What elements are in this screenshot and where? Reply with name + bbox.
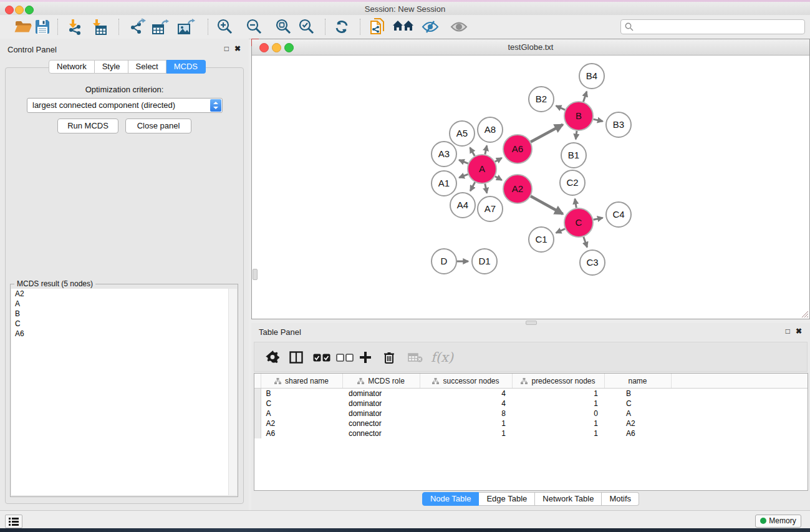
graph-node-A6[interactable]: A6 [503, 135, 532, 163]
graph-node-A7[interactable]: A7 [478, 196, 503, 221]
graph-edge-C-C3[interactable] [584, 237, 587, 248]
criterion-dropdown[interactable]: largest connected component (directed) [27, 98, 223, 113]
graph-node-D1[interactable]: D1 [472, 249, 497, 274]
delete-column-trash-icon[interactable] [383, 347, 395, 367]
graph-edge-B-B4[interactable] [583, 92, 586, 102]
graph-edge-A-A5[interactable] [470, 148, 475, 156]
graph-edge-C-C2[interactable] [575, 199, 576, 208]
zoom-out-icon[interactable] [243, 17, 266, 37]
graph-node-A5[interactable]: A5 [450, 121, 475, 146]
tab-edge-table[interactable]: Edge Table [479, 492, 535, 506]
close-panel-icon[interactable]: ✖ [234, 44, 241, 53]
graph-node-C[interactable]: C [564, 208, 593, 237]
graph-node-A[interactable]: A [468, 155, 496, 183]
document-network-icon[interactable] [366, 17, 388, 37]
graph-node-C2[interactable]: C2 [560, 170, 585, 195]
graph-edge-A2-C[interactable] [531, 196, 563, 214]
graph-node-A2[interactable]: A2 [503, 175, 532, 203]
tab-select[interactable]: Select [128, 60, 166, 74]
graph-edge-A-A8[interactable] [485, 145, 487, 154]
tab-style[interactable]: Style [95, 60, 128, 74]
gear-icon[interactable] [266, 347, 279, 367]
tab-network-table[interactable]: Network Table [535, 492, 602, 506]
table-row[interactable]: A6connector11A6 [254, 428, 808, 438]
tab-motifs[interactable]: Motifs [602, 492, 639, 506]
table-row[interactable]: Cdominator41C [254, 399, 808, 409]
table-row[interactable]: Bdominator41B [254, 389, 808, 399]
save-session-icon[interactable] [31, 17, 54, 37]
task-history-button[interactable] [5, 515, 22, 528]
select-all-checkboxes-icon[interactable] [313, 347, 330, 367]
mcds-result-item[interactable]: A [11, 299, 229, 309]
mcds-result-item[interactable]: A6 [11, 329, 229, 339]
graph-edge-A-A6[interactable] [495, 158, 502, 162]
double-house-icon[interactable] [392, 17, 415, 37]
table-row[interactable]: A2connector11A2 [254, 418, 808, 428]
resize-grip-icon[interactable] [801, 310, 809, 318]
result-scrollbar[interactable] [228, 289, 237, 495]
refresh-view-icon[interactable] [330, 17, 353, 37]
zoom-selected-icon[interactable] [296, 17, 318, 37]
graph-node-A4[interactable]: A4 [450, 193, 475, 218]
export-table-icon[interactable] [149, 17, 171, 37]
zoom-fit-icon[interactable] [272, 17, 295, 37]
run-mcds-button[interactable]: Run MCDS [57, 118, 118, 133]
tab-network[interactable]: Network [49, 60, 95, 74]
unselect-all-checkboxes-icon[interactable] [336, 347, 354, 367]
eye-icon[interactable] [448, 17, 470, 37]
panel-splitter-handle[interactable] [253, 269, 258, 280]
network-canvas[interactable]: AA1A2A3A4A5A6A7A8BB1B2B3B4CC1C2C3C4DD1 [252, 56, 809, 319]
graph-node-C4[interactable]: C4 [606, 202, 631, 227]
graph-edge-A-A1[interactable] [459, 174, 468, 177]
tab-node-table[interactable]: Node Table [422, 492, 480, 506]
zoom-in-icon[interactable] [214, 17, 236, 37]
column-header-MCDS-role[interactable]: MCDS role [342, 374, 420, 389]
graph-node-B3[interactable]: B3 [606, 112, 631, 137]
add-column-icon[interactable] [360, 347, 371, 367]
graph-node-D[interactable]: D [432, 249, 456, 274]
graph-edge-C-C4[interactable] [594, 218, 603, 220]
memory-button[interactable]: Memory [755, 515, 801, 528]
graph-node-B1[interactable]: B1 [561, 143, 586, 168]
column-header-name[interactable]: name [604, 374, 671, 389]
table-close-icon[interactable]: ✖ [796, 327, 802, 336]
eye-slash-icon[interactable] [419, 17, 441, 37]
graph-edge-A-A2[interactable] [495, 177, 502, 180]
graph-node-C1[interactable]: C1 [529, 227, 554, 252]
close-panel-button[interactable]: Close panel [125, 118, 191, 133]
graph-node-C3[interactable]: C3 [580, 250, 605, 275]
graph-edge-C-C1[interactable] [556, 229, 565, 233]
import-table-icon[interactable] [88, 17, 110, 37]
export-network-icon[interactable] [126, 17, 148, 37]
float-panel-icon[interactable]: □ [224, 44, 229, 53]
horizontal-splitter-handle[interactable] [526, 321, 537, 325]
graph-edge-B-B2[interactable] [556, 106, 565, 110]
mcds-result-item[interactable]: A2 [11, 289, 229, 299]
graph-edge-B-B3[interactable] [593, 119, 602, 121]
graph-node-B2[interactable]: B2 [529, 87, 554, 112]
graph-node-B4[interactable]: B4 [579, 64, 604, 89]
import-network-icon[interactable] [64, 17, 86, 37]
control-panel: Control Panel □ ✖ NetworkStyleSelectMCDS… [0, 39, 249, 510]
graph-node-A1[interactable]: A1 [432, 171, 456, 196]
export-image-icon[interactable] [175, 17, 197, 37]
graph-edge-A-A4[interactable] [470, 182, 475, 191]
graph-edge-A-A3[interactable] [459, 160, 468, 164]
table-float-icon[interactable]: □ [786, 327, 790, 336]
table-row[interactable]: Adominator80A [254, 409, 808, 418]
search-input[interactable] [636, 21, 801, 33]
graph-edge-B-B1[interactable] [576, 131, 577, 139]
graph-edge-A-A7[interactable] [485, 184, 487, 193]
tab-mcds[interactable]: MCDS [166, 60, 206, 74]
mcds-result-item[interactable]: C [11, 319, 229, 329]
column-header-predecessor-nodes[interactable]: predecessor nodes [512, 374, 604, 389]
graph-node-A8[interactable]: A8 [478, 117, 503, 142]
graph-node-A3[interactable]: A3 [432, 142, 456, 167]
cell-MCDS-role: dominator [342, 389, 420, 399]
split-columns-icon[interactable] [289, 347, 303, 367]
graph-edge-A6-B[interactable] [531, 125, 562, 142]
column-header-successor-nodes[interactable]: successor nodes [420, 374, 512, 389]
mcds-result-item[interactable]: B [11, 309, 229, 319]
column-header-shared-name[interactable]: shared name [261, 374, 342, 389]
graph-node-B[interactable]: B [564, 102, 593, 130]
